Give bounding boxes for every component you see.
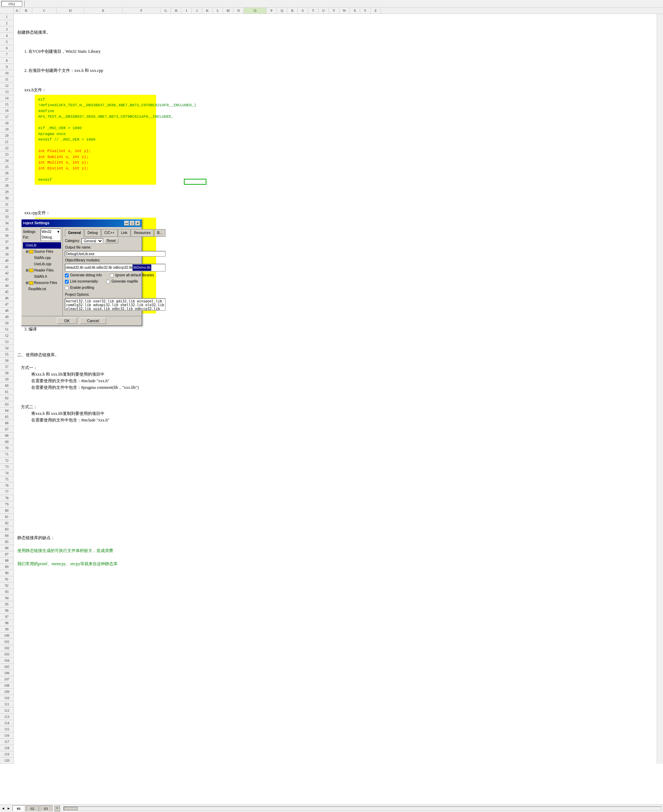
col-header-O[interactable]: O <box>244 8 267 13</box>
row-num-52[interactable]: 52 <box>0 332 13 339</box>
row-num-92[interactable]: 92 <box>0 582 13 589</box>
col-header-M[interactable]: M <box>223 8 233 13</box>
row-num-110[interactable]: 110 <box>0 695 13 701</box>
col-header-J[interactable]: J <box>192 8 202 13</box>
row-num-96[interactable]: 96 <box>0 608 13 614</box>
row-num-12[interactable]: 12 <box>0 83 13 89</box>
row-num-56[interactable]: 56 <box>0 358 13 364</box>
row-num-44[interactable]: 44 <box>0 283 13 289</box>
row-num-89[interactable]: 89 <box>0 564 13 570</box>
row-num-100[interactable]: 100 <box>0 632 13 639</box>
col-header-F[interactable]: F <box>123 8 161 13</box>
row-num-33[interactable]: 33 <box>0 214 13 220</box>
tree-header-header[interactable]: ⊞ Header Files <box>26 267 61 274</box>
row-num-8[interactable]: 8 <box>0 58 13 64</box>
row-num-7[interactable]: 7 <box>0 51 13 58</box>
row-num-65[interactable]: 65 <box>0 414 13 420</box>
row-num-27[interactable]: 27 <box>0 177 13 183</box>
row-num-102[interactable]: 102 <box>0 645 13 651</box>
row-num-25[interactable]: 25 <box>0 164 13 170</box>
tree-readme[interactable]: ReadMe.txt <box>26 286 61 292</box>
checkbox-debug-info-input[interactable] <box>65 274 69 277</box>
close-button[interactable]: × <box>135 221 140 226</box>
tab-nav-prev[interactable]: ◄ <box>2 806 5 810</box>
row-num-117[interactable]: 117 <box>0 739 13 745</box>
col-header-L[interactable]: L <box>213 8 223 13</box>
scrollbar-thumb[interactable] <box>64 807 78 810</box>
row-num-18[interactable]: 18 <box>0 120 13 126</box>
row-num-14[interactable]: 14 <box>0 95 13 101</box>
row-num-97[interactable]: 97 <box>0 614 13 620</box>
tab-link[interactable]: Link <box>118 229 131 237</box>
row-num-19[interactable]: 19 <box>0 126 13 133</box>
row-num-75[interactable]: 75 <box>0 476 13 483</box>
project-options-textarea[interactable]: kernel32.lib user32.lib gdi32.lib winspo… <box>65 298 165 311</box>
row-num-41[interactable]: 41 <box>0 264 13 270</box>
row-num-74[interactable]: 74 <box>0 470 13 476</box>
row-num-46[interactable]: 46 <box>0 295 13 301</box>
row-num-37[interactable]: 37 <box>0 239 13 245</box>
row-num-13[interactable]: 13 <box>0 89 13 95</box>
row-num-50[interactable]: 50 <box>0 320 13 326</box>
col-header-Y[interactable]: Y <box>360 8 370 13</box>
tree-source-header[interactable]: ⊞ Source Files <box>26 248 61 255</box>
col-header-V[interactable]: V <box>329 8 339 13</box>
sheet-tab-03[interactable]: 03 <box>40 806 52 811</box>
row-num-2[interactable]: 2 <box>0 20 13 26</box>
row-num-22[interactable]: 22 <box>0 145 13 151</box>
row-num-88[interactable]: 88 <box>0 558 13 564</box>
col-header-B[interactable]: B <box>20 8 32 13</box>
row-num-83[interactable]: 83 <box>0 526 13 533</box>
col-header-K[interactable]: K <box>202 8 213 13</box>
row-num-107[interactable]: 107 <box>0 676 13 682</box>
col-header-C[interactable]: C <box>32 8 57 13</box>
row-num-78[interactable]: 78 <box>0 495 13 501</box>
checkbox-mapfile-input[interactable] <box>106 280 110 284</box>
tab-more[interactable]: B... <box>154 229 165 237</box>
row-num-68[interactable]: 68 <box>0 433 13 439</box>
row-num-93[interactable]: 93 <box>0 589 13 595</box>
row-num-61[interactable]: 61 <box>0 389 13 395</box>
row-num-39[interactable]: 39 <box>0 251 13 258</box>
row-num-57[interactable]: 57 <box>0 364 13 370</box>
col-header-A[interactable]: A <box>14 8 20 13</box>
tree-resource-header[interactable]: ⊞ Resource Files <box>26 280 61 286</box>
row-num-86[interactable]: 86 <box>0 545 13 551</box>
row-num-90[interactable]: 90 <box>0 570 13 576</box>
row-num-10[interactable]: 10 <box>0 70 13 76</box>
add-sheet-button[interactable]: + <box>55 806 60 811</box>
col-header-Z[interactable]: Z <box>370 8 381 13</box>
row-num-49[interactable]: 49 <box>0 314 13 320</box>
col-header-num[interactable] <box>0 8 14 13</box>
row-num-29[interactable]: 29 <box>0 189 13 195</box>
row-num-120[interactable]: 120 <box>0 757 13 764</box>
row-num-119[interactable]: 119 <box>0 751 13 757</box>
row-num-48[interactable]: 48 <box>0 308 13 314</box>
row-num-95[interactable]: 95 <box>0 601 13 608</box>
row-num-115[interactable]: 115 <box>0 726 13 733</box>
sheet-tab-02[interactable]: 02 <box>26 806 39 811</box>
col-header-I[interactable]: I <box>181 8 192 13</box>
row-num-72[interactable]: 72 <box>0 457 13 464</box>
name-box[interactable]: O52 <box>2 1 22 6</box>
row-num-59[interactable]: 59 <box>0 376 13 382</box>
row-num-106[interactable]: 106 <box>0 670 13 676</box>
row-num-66[interactable]: 66 <box>0 420 13 426</box>
cancel-button[interactable]: Cancel <box>80 318 106 324</box>
row-num-109[interactable]: 109 <box>0 689 13 695</box>
row-num-98[interactable]: 98 <box>0 620 13 626</box>
row-num-80[interactable]: 80 <box>0 507 13 514</box>
col-header-Q[interactable]: Q <box>277 8 287 13</box>
row-num-16[interactable]: 16 <box>0 108 13 114</box>
row-num-114[interactable]: 114 <box>0 720 13 726</box>
row-num-71[interactable]: 71 <box>0 451 13 457</box>
col-header-D[interactable]: D <box>57 8 84 13</box>
row-num-26[interactable]: 26 <box>0 170 13 177</box>
row-num-81[interactable]: 81 <box>0 514 13 520</box>
row-num-108[interactable]: 108 <box>0 682 13 689</box>
tree-stdafx-cpp[interactable]: StdAfx.cpp <box>31 255 61 261</box>
vertical-scrollbar[interactable] <box>657 14 663 764</box>
row-num-99[interactable]: 99 <box>0 626 13 632</box>
checkbox-profile-input[interactable] <box>65 286 69 290</box>
row-num-55[interactable]: 55 <box>0 351 13 358</box>
